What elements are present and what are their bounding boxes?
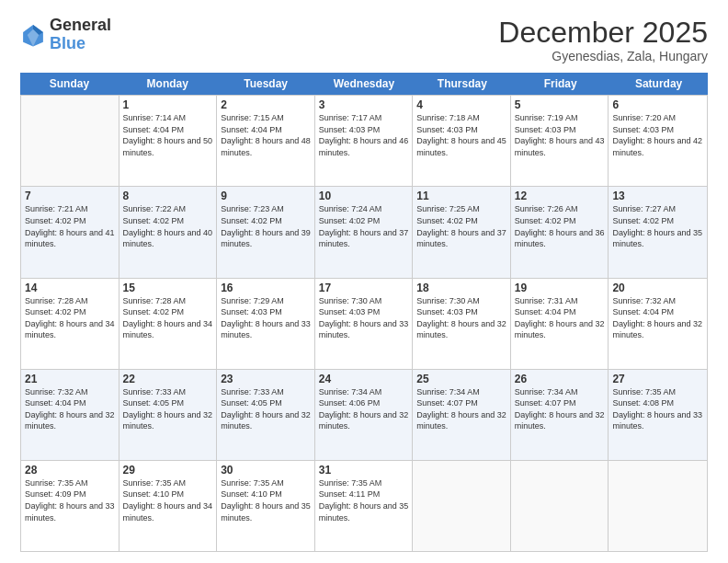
month-title: December 2025 [498, 17, 708, 49]
day-number: 7 [25, 190, 115, 202]
calendar-cell [21, 96, 119, 186]
calendar-cell: 26Sunrise: 7:34 AMSunset: 4:07 PMDayligh… [511, 370, 609, 460]
day-info: Sunrise: 7:18 AMSunset: 4:03 PMDaylight:… [416, 112, 506, 158]
header-day: Tuesday [217, 73, 315, 95]
day-number: 13 [612, 190, 703, 202]
page: General Blue December 2025 Gyenesdias, Z… [0, 0, 728, 563]
calendar-cell: 16Sunrise: 7:29 AMSunset: 4:03 PMDayligh… [217, 279, 315, 369]
calendar-cell: 8Sunrise: 7:22 AMSunset: 4:02 PMDaylight… [119, 187, 218, 277]
header-day: Thursday [413, 73, 511, 95]
header: General Blue December 2025 Gyenesdias, Z… [20, 17, 708, 63]
calendar-cell: 19Sunrise: 7:31 AMSunset: 4:04 PMDayligh… [511, 279, 609, 369]
calendar-cell: 14Sunrise: 7:28 AMSunset: 4:02 PMDayligh… [21, 279, 119, 369]
header-day: Saturday [609, 73, 708, 95]
calendar-cell: 15Sunrise: 7:28 AMSunset: 4:02 PMDayligh… [119, 279, 218, 369]
calendar-cell: 4Sunrise: 7:18 AMSunset: 4:03 PMDaylight… [413, 96, 511, 186]
calendar-row: 7Sunrise: 7:21 AMSunset: 4:02 PMDaylight… [21, 186, 707, 277]
day-number: 22 [123, 373, 213, 385]
day-number: 27 [612, 373, 703, 385]
calendar-cell [413, 461, 511, 551]
day-number: 20 [612, 282, 703, 294]
calendar-cell: 31Sunrise: 7:35 AMSunset: 4:11 PMDayligh… [315, 461, 414, 551]
day-number: 31 [319, 464, 409, 477]
day-info: Sunrise: 7:19 AMSunset: 4:03 PMDaylight:… [515, 112, 605, 158]
calendar-cell: 23Sunrise: 7:33 AMSunset: 4:05 PMDayligh… [217, 370, 315, 460]
calendar-cell: 25Sunrise: 7:34 AMSunset: 4:07 PMDayligh… [413, 370, 511, 460]
day-number: 10 [319, 190, 409, 202]
day-number: 21 [25, 373, 115, 385]
calendar-cell: 27Sunrise: 7:35 AMSunset: 4:08 PMDayligh… [609, 370, 707, 460]
calendar-cell: 3Sunrise: 7:17 AMSunset: 4:03 PMDaylight… [315, 96, 414, 186]
day-info: Sunrise: 7:15 AMSunset: 4:04 PMDaylight:… [221, 112, 311, 158]
day-number: 25 [416, 373, 506, 385]
calendar-cell: 6Sunrise: 7:20 AMSunset: 4:03 PMDaylight… [609, 96, 707, 186]
day-info: Sunrise: 7:35 AMSunset: 4:09 PMDaylight:… [25, 477, 115, 523]
day-number: 26 [515, 373, 605, 385]
day-number: 18 [416, 282, 506, 294]
day-number: 28 [25, 464, 115, 477]
day-info: Sunrise: 7:34 AMSunset: 4:07 PMDaylight:… [416, 386, 506, 432]
calendar-cell: 11Sunrise: 7:25 AMSunset: 4:02 PMDayligh… [413, 187, 511, 277]
day-number: 19 [515, 282, 605, 294]
day-number: 6 [612, 98, 703, 111]
day-info: Sunrise: 7:33 AMSunset: 4:05 PMDaylight:… [123, 386, 213, 432]
day-info: Sunrise: 7:34 AMSunset: 4:06 PMDaylight:… [319, 386, 409, 432]
day-number: 17 [319, 282, 409, 294]
day-info: Sunrise: 7:23 AMSunset: 4:02 PMDaylight:… [221, 203, 311, 249]
day-info: Sunrise: 7:28 AMSunset: 4:02 PMDaylight:… [25, 295, 115, 341]
day-info: Sunrise: 7:30 AMSunset: 4:03 PMDaylight:… [319, 295, 409, 341]
calendar-cell: 24Sunrise: 7:34 AMSunset: 4:06 PMDayligh… [315, 370, 414, 460]
logo-text: General Blue [50, 17, 111, 53]
calendar-cell: 13Sunrise: 7:27 AMSunset: 4:02 PMDayligh… [609, 187, 707, 277]
calendar-row: 14Sunrise: 7:28 AMSunset: 4:02 PMDayligh… [21, 278, 707, 369]
day-number: 5 [515, 98, 605, 111]
calendar-cell: 22Sunrise: 7:33 AMSunset: 4:05 PMDayligh… [119, 370, 218, 460]
day-number: 29 [123, 464, 213, 477]
day-info: Sunrise: 7:28 AMSunset: 4:02 PMDaylight:… [123, 295, 213, 341]
day-info: Sunrise: 7:35 AMSunset: 4:08 PMDaylight:… [612, 386, 703, 432]
day-number: 24 [319, 373, 409, 385]
day-number: 23 [221, 373, 311, 385]
day-info: Sunrise: 7:32 AMSunset: 4:04 PMDaylight:… [612, 295, 703, 341]
day-number: 9 [221, 190, 311, 202]
logo-icon [20, 22, 46, 48]
calendar-body: 1Sunrise: 7:14 AMSunset: 4:04 PMDaylight… [20, 95, 708, 552]
day-number: 14 [25, 282, 115, 294]
day-info: Sunrise: 7:24 AMSunset: 4:02 PMDaylight:… [319, 203, 409, 249]
calendar-cell: 12Sunrise: 7:26 AMSunset: 4:02 PMDayligh… [511, 187, 609, 277]
calendar-header: SundayMondayTuesdayWednesdayThursdayFrid… [20, 73, 708, 95]
calendar-cell: 21Sunrise: 7:32 AMSunset: 4:04 PMDayligh… [21, 370, 119, 460]
day-info: Sunrise: 7:34 AMSunset: 4:07 PMDaylight:… [515, 386, 605, 432]
day-info: Sunrise: 7:35 AMSunset: 4:10 PMDaylight:… [221, 477, 311, 523]
calendar-cell: 10Sunrise: 7:24 AMSunset: 4:02 PMDayligh… [315, 187, 414, 277]
calendar-cell: 5Sunrise: 7:19 AMSunset: 4:03 PMDaylight… [511, 96, 609, 186]
calendar-cell: 20Sunrise: 7:32 AMSunset: 4:04 PMDayligh… [609, 279, 707, 369]
calendar-cell: 17Sunrise: 7:30 AMSunset: 4:03 PMDayligh… [315, 279, 414, 369]
calendar: SundayMondayTuesdayWednesdayThursdayFrid… [20, 73, 708, 552]
day-number: 8 [123, 190, 213, 202]
day-info: Sunrise: 7:30 AMSunset: 4:03 PMDaylight:… [416, 295, 506, 341]
calendar-cell: 18Sunrise: 7:30 AMSunset: 4:03 PMDayligh… [413, 279, 511, 369]
day-info: Sunrise: 7:29 AMSunset: 4:03 PMDaylight:… [221, 295, 311, 341]
logo: General Blue [20, 17, 111, 53]
day-number: 2 [221, 98, 311, 111]
header-day: Sunday [20, 73, 119, 95]
day-number: 30 [221, 464, 311, 477]
header-day: Friday [511, 73, 609, 95]
calendar-cell: 1Sunrise: 7:14 AMSunset: 4:04 PMDaylight… [119, 96, 218, 186]
day-info: Sunrise: 7:22 AMSunset: 4:02 PMDaylight:… [123, 203, 213, 249]
calendar-cell: 7Sunrise: 7:21 AMSunset: 4:02 PMDaylight… [21, 187, 119, 277]
calendar-row: 21Sunrise: 7:32 AMSunset: 4:04 PMDayligh… [21, 369, 707, 460]
day-info: Sunrise: 7:35 AMSunset: 4:11 PMDaylight:… [319, 477, 409, 523]
day-number: 1 [123, 98, 213, 111]
calendar-row: 1Sunrise: 7:14 AMSunset: 4:04 PMDaylight… [21, 95, 707, 186]
day-number: 15 [123, 282, 213, 294]
header-day: Wednesday [315, 73, 414, 95]
calendar-row: 28Sunrise: 7:35 AMSunset: 4:09 PMDayligh… [21, 460, 707, 551]
calendar-cell: 2Sunrise: 7:15 AMSunset: 4:04 PMDaylight… [217, 96, 315, 186]
day-info: Sunrise: 7:33 AMSunset: 4:05 PMDaylight:… [221, 386, 311, 432]
day-info: Sunrise: 7:25 AMSunset: 4:02 PMDaylight:… [416, 203, 506, 249]
calendar-cell: 29Sunrise: 7:35 AMSunset: 4:10 PMDayligh… [119, 461, 218, 551]
calendar-cell: 28Sunrise: 7:35 AMSunset: 4:09 PMDayligh… [21, 461, 119, 551]
calendar-cell: 9Sunrise: 7:23 AMSunset: 4:02 PMDaylight… [217, 187, 315, 277]
